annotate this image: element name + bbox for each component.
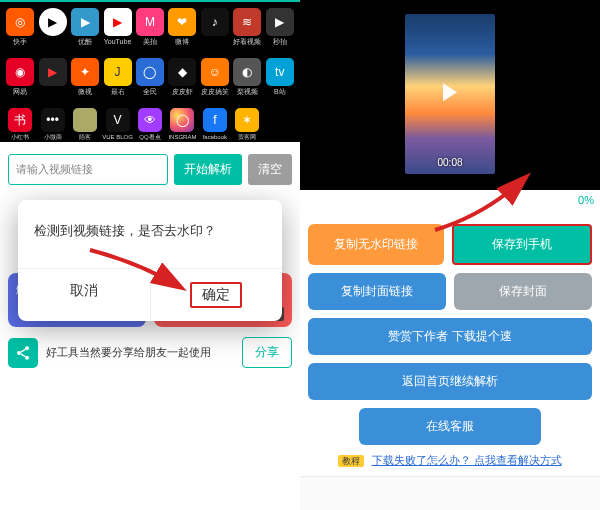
app-icon[interactable]: ▶YouTube	[102, 8, 134, 58]
app-icon[interactable]	[264, 108, 296, 142]
help-link[interactable]: 下载失败了怎么办？ 点我查看解决方式	[372, 454, 562, 466]
app-icon[interactable]: ≋好看视频	[231, 8, 263, 58]
svg-point-2	[25, 355, 29, 359]
url-input-area: 请输入视频链接 开始解析 清空	[0, 142, 300, 193]
left-pane: ◎快手▶▶优酷▶YouTubeM美拍❤微博♪≋好看视频▶秒拍 ◉网易▶✦微视J最…	[0, 0, 300, 510]
share-icon	[8, 338, 38, 368]
share-text: 好工具当然要分享给朋友一起使用	[46, 345, 234, 360]
app-icon[interactable]: ▶秒拍	[264, 8, 296, 58]
red-arrow-annotation	[430, 170, 540, 244]
svg-point-0	[25, 346, 29, 350]
app-icon[interactable]: ◯全民	[134, 58, 166, 108]
app-icon[interactable]: ▶	[37, 58, 69, 108]
save-cover-button[interactable]: 保存封面	[454, 273, 592, 310]
progress-text: 0%	[578, 194, 594, 206]
reward-button[interactable]: 赞赏下作者 下载提个速	[308, 318, 592, 355]
app-icon[interactable]: VVUE BLOG	[102, 108, 134, 142]
app-icon-grid: ◎快手▶▶优酷▶YouTubeM美拍❤微博♪≋好看视频▶秒拍 ◉网易▶✦微视J最…	[0, 2, 300, 142]
app-icon[interactable]: ◐梨视频	[231, 58, 263, 108]
app-icon[interactable]: ◉网易	[4, 58, 36, 108]
copy-nowatermark-button[interactable]: 复制无水印链接	[308, 224, 444, 265]
app-icon[interactable]: ◆皮皮虾	[167, 58, 199, 108]
video-preview-area: 00:08	[300, 0, 600, 190]
app-icon[interactable]: ✦微视	[69, 58, 101, 108]
app-icon[interactable]: ✶萤客网	[231, 108, 263, 142]
copy-cover-button[interactable]: 复制封面链接	[308, 273, 446, 310]
app-icon[interactable]: ❤微博	[167, 8, 199, 58]
share-button[interactable]: 分享	[242, 337, 292, 368]
app-icon[interactable]: ▶	[37, 8, 69, 58]
share-row: 好工具当然要分享给朋友一起使用 分享	[0, 327, 300, 368]
back-home-button[interactable]: 返回首页继续解析	[308, 363, 592, 400]
app-icon[interactable]: ffacebook	[199, 108, 231, 142]
app-icon[interactable]: tvB站	[264, 58, 296, 108]
red-arrow-annotation	[85, 245, 195, 304]
right-pane: 00:08 0% 复制无水印链接 保存到手机 复制封面链接 保存封面 赞赏下作者…	[300, 0, 600, 510]
app-icon[interactable]: 陌客	[69, 108, 101, 142]
app-icon[interactable]: J最右	[102, 58, 134, 108]
video-timestamp: 00:08	[437, 157, 462, 168]
app-icon[interactable]: 👁QQ看点	[134, 108, 166, 142]
help-row: 教程 下载失败了怎么办？ 点我查看解决方式	[308, 453, 592, 468]
app-icon[interactable]: •••小微商	[37, 108, 69, 142]
video-thumbnail[interactable]: 00:08	[405, 14, 495, 174]
video-url-input[interactable]: 请输入视频链接	[8, 154, 168, 185]
clear-button[interactable]: 清空	[248, 154, 292, 185]
confirm-highlight: 确定	[190, 282, 242, 308]
parse-button[interactable]: 开始解析	[174, 154, 242, 185]
app-icon[interactable]: M美拍	[134, 8, 166, 58]
customer-service-button[interactable]: 在线客服	[359, 408, 541, 445]
bottom-nav-bar	[300, 476, 600, 510]
app-icon[interactable]: ☺皮皮搞笑	[199, 58, 231, 108]
app-icon[interactable]: ◎快手	[4, 8, 36, 58]
action-buttons: 复制无水印链接 保存到手机 复制封面链接 保存封面 赞赏下作者 下载提个速 返回…	[300, 210, 600, 474]
svg-point-1	[17, 351, 21, 355]
app-icon[interactable]: 书小红书	[4, 108, 36, 142]
app-row: ◎快手▶▶优酷▶YouTubeM美拍❤微博♪≋好看视频▶秒拍	[4, 8, 296, 58]
app-icon[interactable]: ◯INSGRAM	[167, 108, 199, 142]
app-row: 书小红书•••小微商陌客VVUE BLOG👁QQ看点◯INSGRAMffaceb…	[4, 108, 296, 144]
tutorial-badge: 教程	[338, 455, 364, 467]
app-row: ◉网易▶✦微视J最右◯全民◆皮皮虾☺皮皮搞笑◐梨视频tvB站	[4, 58, 296, 108]
app-icon[interactable]: ▶优酷	[69, 8, 101, 58]
play-icon	[443, 83, 457, 101]
app-icon[interactable]: ♪	[199, 8, 231, 58]
